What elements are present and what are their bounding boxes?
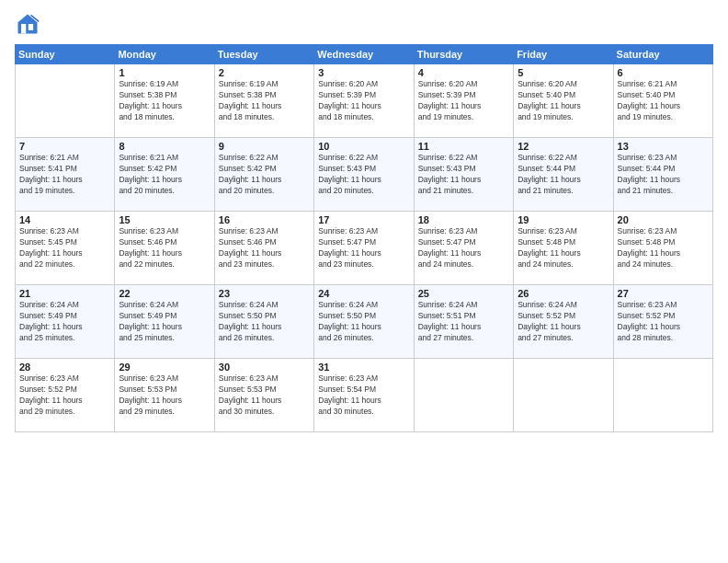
header-cell-friday: Friday (514, 45, 613, 64)
day-cell: 31Sunrise: 6:23 AM Sunset: 5:54 PM Dayli… (314, 359, 414, 432)
day-cell: 5Sunrise: 6:20 AM Sunset: 5:40 PM Daylig… (514, 64, 613, 138)
calendar-table: SundayMondayTuesdayWednesdayThursdayFrid… (15, 44, 713, 432)
day-number: 6 (618, 67, 709, 78)
day-number: 11 (418, 141, 509, 152)
day-cell: 13Sunrise: 6:23 AM Sunset: 5:44 PM Dayli… (613, 138, 712, 212)
calendar-body: 1Sunrise: 6:19 AM Sunset: 5:38 PM Daylig… (16, 64, 713, 432)
day-info: Sunrise: 6:23 AM Sunset: 5:46 PM Dayligh… (219, 226, 310, 270)
day-info: Sunrise: 6:23 AM Sunset: 5:54 PM Dayligh… (318, 373, 409, 418)
day-cell (613, 359, 712, 432)
day-cell: 20Sunrise: 6:23 AM Sunset: 5:48 PM Dayli… (613, 212, 712, 285)
day-cell (514, 359, 613, 432)
day-number: 17 (318, 214, 409, 225)
calendar-header: SundayMondayTuesdayWednesdayThursdayFrid… (16, 45, 713, 64)
day-cell: 4Sunrise: 6:20 AM Sunset: 5:39 PM Daylig… (414, 64, 513, 138)
day-cell: 29Sunrise: 6:23 AM Sunset: 5:53 PM Dayli… (115, 359, 214, 432)
day-number: 8 (119, 141, 210, 152)
day-cell: 8Sunrise: 6:21 AM Sunset: 5:42 PM Daylig… (115, 138, 214, 212)
day-number: 4 (418, 67, 509, 78)
day-number: 10 (318, 141, 409, 152)
day-cell: 28Sunrise: 6:23 AM Sunset: 5:52 PM Dayli… (16, 359, 115, 432)
week-row-2: 7Sunrise: 6:21 AM Sunset: 5:41 PM Daylig… (16, 138, 713, 212)
day-info: Sunrise: 6:23 AM Sunset: 5:52 PM Dayligh… (19, 373, 110, 418)
day-info: Sunrise: 6:24 AM Sunset: 5:50 PM Dayligh… (318, 300, 409, 344)
day-cell: 27Sunrise: 6:23 AM Sunset: 5:52 PM Dayli… (613, 285, 712, 359)
day-info: Sunrise: 6:24 AM Sunset: 5:49 PM Dayligh… (119, 300, 210, 344)
week-row-1: 1Sunrise: 6:19 AM Sunset: 5:38 PM Daylig… (16, 64, 713, 138)
day-cell: 16Sunrise: 6:23 AM Sunset: 5:46 PM Dayli… (214, 212, 313, 285)
day-cell: 14Sunrise: 6:23 AM Sunset: 5:45 PM Dayli… (16, 212, 115, 285)
header-cell-tuesday: Tuesday (214, 45, 313, 64)
day-number: 30 (219, 362, 310, 373)
calendar-page: SundayMondayTuesdayWednesdayThursdayFrid… (0, 0, 728, 563)
day-cell (414, 359, 513, 432)
day-number: 3 (318, 67, 409, 78)
day-info: Sunrise: 6:23 AM Sunset: 5:53 PM Dayligh… (219, 373, 310, 418)
header (15, 11, 713, 37)
week-row-5: 28Sunrise: 6:23 AM Sunset: 5:52 PM Dayli… (16, 359, 713, 432)
day-info: Sunrise: 6:23 AM Sunset: 5:47 PM Dayligh… (418, 226, 509, 270)
day-number: 15 (119, 214, 210, 225)
day-number: 14 (19, 214, 110, 225)
day-cell: 11Sunrise: 6:22 AM Sunset: 5:43 PM Dayli… (414, 138, 513, 212)
header-row: SundayMondayTuesdayWednesdayThursdayFrid… (16, 45, 713, 64)
day-info: Sunrise: 6:23 AM Sunset: 5:47 PM Dayligh… (318, 226, 409, 270)
day-number: 1 (119, 67, 210, 78)
day-cell: 25Sunrise: 6:24 AM Sunset: 5:51 PM Dayli… (414, 285, 513, 359)
day-cell: 17Sunrise: 6:23 AM Sunset: 5:47 PM Dayli… (314, 212, 414, 285)
header-cell-thursday: Thursday (414, 45, 513, 64)
day-info: Sunrise: 6:21 AM Sunset: 5:42 PM Dayligh… (119, 153, 210, 197)
day-info: Sunrise: 6:19 AM Sunset: 5:38 PM Dayligh… (119, 79, 210, 123)
day-number: 24 (318, 288, 409, 299)
day-cell: 30Sunrise: 6:23 AM Sunset: 5:53 PM Dayli… (214, 359, 313, 432)
day-info: Sunrise: 6:24 AM Sunset: 5:52 PM Dayligh… (518, 300, 609, 344)
day-cell: 21Sunrise: 6:24 AM Sunset: 5:49 PM Dayli… (16, 285, 115, 359)
day-cell: 26Sunrise: 6:24 AM Sunset: 5:52 PM Dayli… (514, 285, 613, 359)
logo (15, 11, 44, 37)
header-cell-sunday: Sunday (16, 45, 115, 64)
day-info: Sunrise: 6:24 AM Sunset: 5:51 PM Dayligh… (418, 300, 509, 344)
header-cell-saturday: Saturday (613, 45, 712, 64)
day-info: Sunrise: 6:23 AM Sunset: 5:46 PM Dayligh… (119, 226, 210, 270)
day-cell: 19Sunrise: 6:23 AM Sunset: 5:48 PM Dayli… (514, 212, 613, 285)
day-number: 27 (618, 288, 709, 299)
day-info: Sunrise: 6:23 AM Sunset: 5:53 PM Dayligh… (119, 373, 210, 418)
day-number: 12 (518, 141, 609, 152)
day-info: Sunrise: 6:24 AM Sunset: 5:49 PM Dayligh… (19, 300, 110, 344)
day-info: Sunrise: 6:23 AM Sunset: 5:52 PM Dayligh… (618, 300, 709, 344)
day-number: 7 (19, 141, 110, 152)
day-number: 25 (418, 288, 509, 299)
day-info: Sunrise: 6:24 AM Sunset: 5:50 PM Dayligh… (219, 300, 310, 344)
day-info: Sunrise: 6:21 AM Sunset: 5:41 PM Dayligh… (19, 153, 110, 197)
day-cell (16, 64, 115, 138)
header-cell-wednesday: Wednesday (314, 45, 414, 64)
day-number: 29 (119, 362, 210, 373)
day-cell: 15Sunrise: 6:23 AM Sunset: 5:46 PM Dayli… (115, 212, 214, 285)
day-info: Sunrise: 6:20 AM Sunset: 5:39 PM Dayligh… (418, 79, 509, 123)
day-info: Sunrise: 6:22 AM Sunset: 5:43 PM Dayligh… (318, 153, 409, 197)
day-cell: 23Sunrise: 6:24 AM Sunset: 5:50 PM Dayli… (214, 285, 313, 359)
logo-icon (15, 11, 40, 37)
day-number: 20 (618, 214, 709, 225)
day-number: 16 (219, 214, 310, 225)
day-cell: 9Sunrise: 6:22 AM Sunset: 5:42 PM Daylig… (214, 138, 313, 212)
day-info: Sunrise: 6:22 AM Sunset: 5:43 PM Dayligh… (418, 153, 509, 197)
day-info: Sunrise: 6:22 AM Sunset: 5:44 PM Dayligh… (518, 153, 609, 197)
day-info: Sunrise: 6:23 AM Sunset: 5:48 PM Dayligh… (518, 226, 609, 270)
day-info: Sunrise: 6:23 AM Sunset: 5:45 PM Dayligh… (19, 226, 110, 270)
day-cell: 6Sunrise: 6:21 AM Sunset: 5:40 PM Daylig… (613, 64, 712, 138)
day-cell: 3Sunrise: 6:20 AM Sunset: 5:39 PM Daylig… (314, 64, 414, 138)
day-number: 21 (19, 288, 110, 299)
day-number: 2 (219, 67, 310, 78)
day-cell: 7Sunrise: 6:21 AM Sunset: 5:41 PM Daylig… (16, 138, 115, 212)
day-number: 31 (318, 362, 409, 373)
day-cell: 10Sunrise: 6:22 AM Sunset: 5:43 PM Dayli… (314, 138, 414, 212)
day-cell: 2Sunrise: 6:19 AM Sunset: 5:38 PM Daylig… (214, 64, 313, 138)
day-number: 28 (19, 362, 110, 373)
day-number: 22 (119, 288, 210, 299)
week-row-4: 21Sunrise: 6:24 AM Sunset: 5:49 PM Dayli… (16, 285, 713, 359)
day-info: Sunrise: 6:20 AM Sunset: 5:40 PM Dayligh… (518, 79, 609, 123)
day-number: 9 (219, 141, 310, 152)
svg-rect-3 (28, 24, 33, 30)
day-info: Sunrise: 6:23 AM Sunset: 5:48 PM Dayligh… (618, 226, 709, 270)
